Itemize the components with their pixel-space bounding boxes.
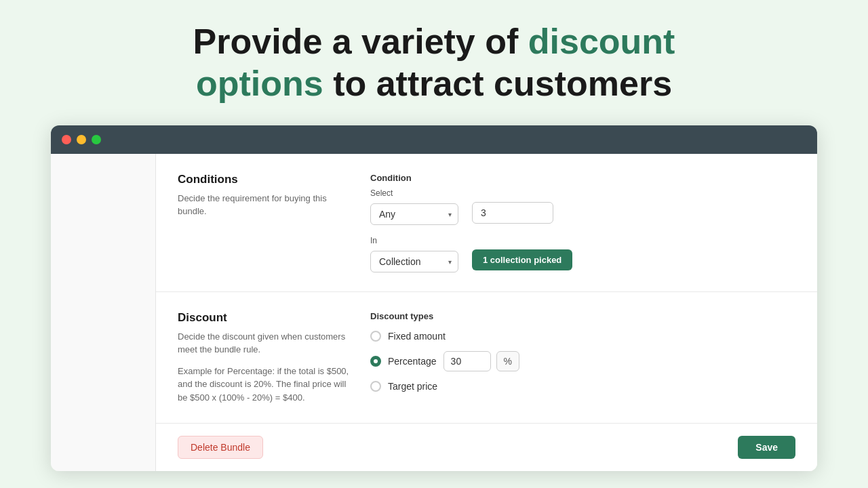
browser-window: Conditions Decide the requirement for bu…: [51, 125, 817, 472]
discount-types-label: Discount types: [370, 311, 795, 321]
discount-radio-group: Fixed amount Percentage %: [370, 331, 795, 392]
main-content: Conditions Decide the requirement for bu…: [156, 154, 817, 472]
page-wrapper: Provide a variety of discount options to…: [0, 0, 868, 488]
radio-item-percentage[interactable]: Percentage %: [370, 351, 795, 371]
page-headline: Provide a variety of discount options to…: [129, 20, 739, 105]
traffic-light-yellow[interactable]: [77, 135, 86, 144]
radio-label-fixed: Fixed amount: [388, 331, 446, 342]
sidebar: [51, 154, 156, 472]
collection-picked-button[interactable]: 1 collection picked: [472, 249, 572, 270]
conditions-right: Condition Select Any All ▾: [370, 173, 795, 272]
percent-symbol: %: [496, 351, 519, 371]
select-wrapper: Any All ▾: [370, 203, 458, 225]
delete-bundle-button[interactable]: Delete Bundle: [178, 436, 263, 459]
footer-bar: Delete Bundle Save: [156, 424, 817, 471]
radio-item-fixed[interactable]: Fixed amount: [370, 331, 795, 342]
discount-description-2: Example for Percentage: if the total is …: [178, 365, 354, 405]
in-sub-label: In: [370, 236, 458, 245]
select-sub-label: Select: [370, 188, 458, 198]
collection-button-column: 1 collection picked: [472, 249, 572, 270]
discount-left: Discount Decide the discount given when …: [178, 311, 354, 405]
in-column: In Collection Product Tag ▾: [370, 236, 458, 272]
browser-body: Conditions Decide the requirement for bu…: [51, 154, 817, 472]
conditions-title: Conditions: [178, 173, 354, 186]
select-dropdown[interactable]: Any All: [370, 203, 458, 225]
conditions-left: Conditions Decide the requirement for bu…: [178, 173, 354, 272]
radio-label-target: Target price: [388, 381, 437, 392]
discount-section: Discount Decide the discount given when …: [156, 292, 817, 424]
headline-prefix: Provide a variety of: [193, 22, 528, 61]
select-column: Select Any All ▾: [370, 188, 458, 225]
condition-label: Condition: [370, 173, 795, 183]
save-button[interactable]: Save: [738, 436, 795, 459]
traffic-light-red[interactable]: [62, 135, 71, 144]
radio-circle-fixed: [370, 331, 381, 342]
condition-row-bottom: In Collection Product Tag ▾: [370, 236, 795, 272]
collection-select-wrapper: Collection Product Tag ▾: [370, 251, 458, 272]
collection-dropdown[interactable]: Collection Product Tag: [370, 251, 458, 272]
radio-circle-percentage: [370, 356, 381, 367]
number-column: [472, 202, 553, 224]
radio-item-target[interactable]: Target price: [370, 381, 795, 392]
headline-suffix: to attract customers: [323, 64, 672, 103]
radio-label-percentage: Percentage: [388, 356, 437, 367]
conditions-description: Decide the requirement for buying this b…: [178, 192, 354, 218]
percentage-input[interactable]: [443, 351, 491, 371]
traffic-light-green[interactable]: [92, 135, 101, 144]
discount-right: Discount types Fixed amount Percentage: [370, 311, 795, 405]
browser-titlebar: [51, 125, 817, 154]
discount-title: Discount: [178, 311, 354, 325]
percentage-row: %: [443, 351, 519, 371]
condition-row-top: Select Any All ▾: [370, 188, 795, 225]
discount-description-1: Decide the discount given when customers…: [178, 330, 354, 357]
conditions-section: Conditions Decide the requirement for bu…: [156, 154, 817, 292]
radio-circle-target: [370, 381, 381, 392]
number-input[interactable]: [472, 202, 553, 224]
